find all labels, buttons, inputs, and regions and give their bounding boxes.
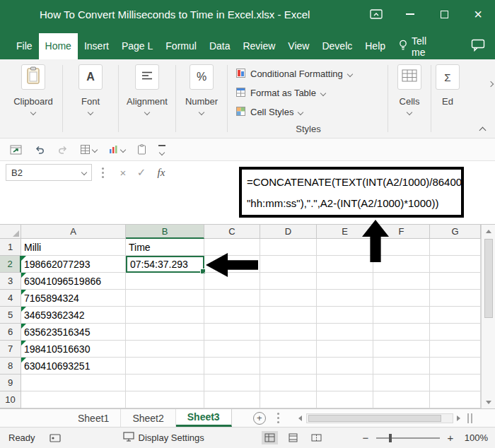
number-dropdown-icon[interactable]	[199, 110, 204, 115]
cell-b3[interactable]	[126, 273, 204, 290]
cell-b6[interactable]	[126, 324, 204, 341]
cell-a7[interactable]: 198410516630	[21, 341, 126, 358]
close-button[interactable]: ×	[461, 0, 495, 28]
tab-review[interactable]: Review	[236, 33, 281, 59]
qat-clipboard-icon[interactable]	[137, 144, 146, 155]
cell-a9[interactable]	[21, 375, 126, 391]
cell-a1[interactable]: Milli	[21, 239, 126, 256]
cell-b5[interactable]	[126, 307, 204, 324]
ribbon-group-cells[interactable]: Cells	[388, 59, 431, 138]
cell-d10[interactable]	[260, 391, 317, 408]
cell-f10[interactable]	[373, 391, 430, 408]
zoom-slider[interactable]	[376, 437, 440, 439]
cell-b7[interactable]	[126, 341, 204, 358]
zoom-slider-thumb[interactable]	[389, 434, 392, 442]
vertical-scrollbar[interactable]	[481, 225, 495, 408]
cell-b4[interactable]	[126, 290, 204, 307]
font-dropdown-icon[interactable]	[88, 110, 93, 115]
select-all-button[interactable]	[0, 225, 21, 239]
macro-record-icon[interactable]	[50, 434, 61, 442]
page-layout-view-button[interactable]	[285, 431, 301, 444]
row-header-9[interactable]: 9	[0, 375, 21, 391]
sheet-tab-sheet1[interactable]: Sheet1	[66, 409, 121, 427]
cell-g4[interactable]	[430, 290, 481, 307]
tab-help[interactable]: Help	[359, 33, 392, 59]
tab-file[interactable]: File	[10, 33, 39, 59]
cell-c10[interactable]	[204, 391, 260, 408]
format-as-table-button[interactable]: Format as Table	[236, 83, 380, 102]
name-box[interactable]: B2	[6, 164, 92, 181]
ribbon-display-options-icon[interactable]	[359, 0, 393, 28]
row-header-1[interactable]: 1	[0, 239, 21, 256]
cell-d1[interactable]	[260, 239, 317, 256]
row-header-5[interactable]: 5	[0, 307, 21, 324]
ribbon-group-clipboard[interactable]: Clipboard	[4, 59, 62, 138]
sheet-tab-sheet3[interactable]: Sheet3	[176, 409, 232, 427]
cell-c7[interactable]	[204, 341, 260, 358]
cell-c3[interactable]	[204, 273, 260, 290]
column-header-a[interactable]: A	[21, 225, 126, 239]
column-header-b[interactable]: B	[126, 225, 204, 239]
tab-page-layout[interactable]: Page L	[115, 33, 159, 59]
zoom-out-button[interactable]: −	[361, 432, 370, 444]
column-header-d[interactable]: D	[260, 225, 317, 239]
row-header-3[interactable]: 3	[0, 273, 21, 290]
cell-f6[interactable]	[373, 324, 430, 341]
qat-customize-icon[interactable]	[158, 145, 165, 155]
cell-f4[interactable]	[373, 290, 430, 307]
collapse-ribbon-icon[interactable]	[479, 127, 487, 134]
cell-c1[interactable]	[204, 239, 260, 256]
scroll-up-icon[interactable]	[482, 225, 495, 237]
vscroll-thumb[interactable]	[484, 239, 493, 318]
page-break-view-button[interactable]	[308, 431, 325, 444]
cell-d8[interactable]	[260, 358, 317, 375]
cell-g1[interactable]	[430, 239, 481, 256]
cell-e4[interactable]	[317, 290, 373, 307]
redo-icon[interactable]	[57, 144, 69, 155]
scroll-right-icon[interactable]	[453, 409, 465, 427]
cells-button[interactable]	[397, 64, 421, 90]
row-header-6[interactable]: 6	[0, 324, 21, 341]
cell-f1[interactable]	[373, 239, 430, 256]
cell-f2[interactable]	[373, 256, 430, 273]
add-sheet-button[interactable]: +	[253, 412, 266, 425]
ribbon-group-editing[interactable]: Σ Ed	[431, 59, 464, 138]
scroll-down-icon[interactable]	[482, 396, 495, 408]
cell-e10[interactable]	[317, 391, 373, 408]
cells-dropdown-icon[interactable]	[407, 110, 412, 115]
cell-a6[interactable]: 635623516345	[21, 324, 126, 341]
undo-icon[interactable]	[34, 144, 45, 155]
cell-e6[interactable]	[317, 324, 373, 341]
row-header-7[interactable]: 7	[0, 341, 21, 358]
cell-d6[interactable]	[260, 324, 317, 341]
cell-g2[interactable]	[430, 256, 481, 273]
cell-b1[interactable]: Time	[126, 239, 204, 256]
number-button[interactable]: %	[190, 64, 214, 90]
ribbon-group-alignment[interactable]: Alignment	[119, 59, 175, 138]
cell-a8[interactable]: 630410693251	[21, 358, 126, 375]
cell-f5[interactable]	[373, 307, 430, 324]
cell-a3[interactable]: 63041096519866	[21, 273, 126, 290]
clipboard-dropdown-icon[interactable]	[30, 110, 36, 115]
cell-a4[interactable]: 7165894324	[21, 290, 126, 307]
display-settings-button[interactable]: Display Settings	[123, 432, 204, 444]
column-header-c[interactable]: C	[204, 225, 260, 239]
cell-d3[interactable]	[260, 273, 317, 290]
cell-styles-button[interactable]: Cell Styles	[236, 102, 380, 122]
horizontal-scrollbar[interactable]	[295, 409, 472, 427]
cell-c4[interactable]	[204, 290, 260, 307]
cell-b9[interactable]	[126, 375, 204, 391]
cell-a2[interactable]: 198662077293	[21, 256, 126, 273]
tab-view[interactable]: View	[281, 33, 315, 59]
hscroll-track[interactable]	[306, 413, 453, 423]
cell-e3[interactable]	[317, 273, 373, 290]
cell-g3[interactable]	[430, 273, 481, 290]
alignment-dropdown-icon[interactable]	[144, 110, 150, 115]
cell-c6[interactable]	[204, 324, 260, 341]
cell-e2[interactable]	[317, 256, 373, 273]
cell-g8[interactable]	[430, 358, 481, 375]
row-header-4[interactable]: 4	[0, 290, 21, 307]
cell-d7[interactable]	[260, 341, 317, 358]
cell-e9[interactable]	[317, 375, 373, 391]
tab-formulas[interactable]: Formul	[159, 33, 203, 59]
